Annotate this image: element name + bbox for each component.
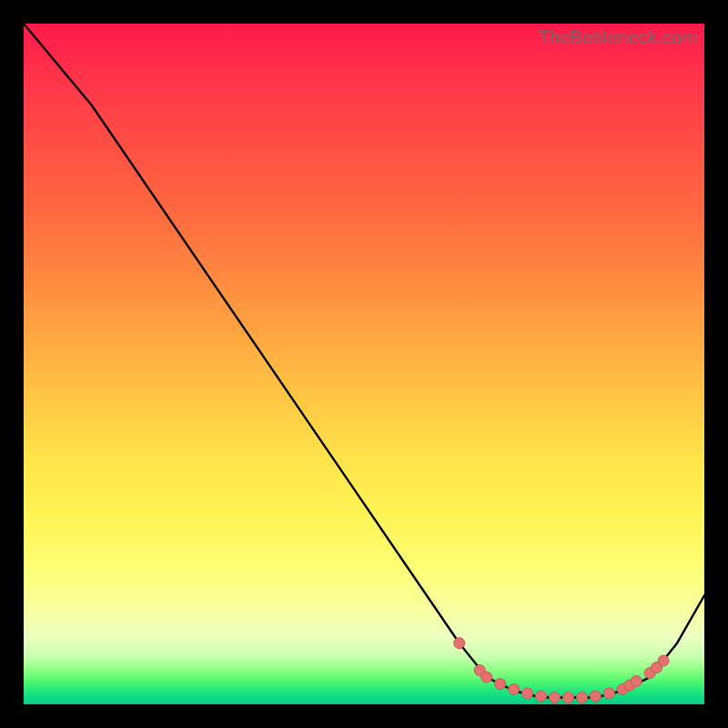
marker-dot	[603, 688, 614, 699]
chart-frame: TheBottleneck.com	[0, 0, 728, 728]
marker-dot	[562, 693, 573, 703]
marker-group	[454, 638, 669, 703]
marker-dot	[549, 693, 560, 703]
marker-dot	[590, 691, 601, 702]
marker-dot	[631, 676, 642, 687]
marker-dot	[509, 684, 520, 695]
bottleneck-curve	[24, 24, 704, 698]
marker-dot	[576, 693, 587, 703]
marker-dot	[454, 638, 465, 649]
marker-dot	[522, 688, 533, 699]
marker-dot	[495, 679, 506, 690]
chart-overlay	[24, 24, 704, 704]
marker-dot	[658, 655, 669, 666]
chart-plot-area: TheBottleneck.com	[24, 24, 704, 704]
marker-dot	[481, 672, 492, 682]
marker-dot	[536, 691, 547, 702]
